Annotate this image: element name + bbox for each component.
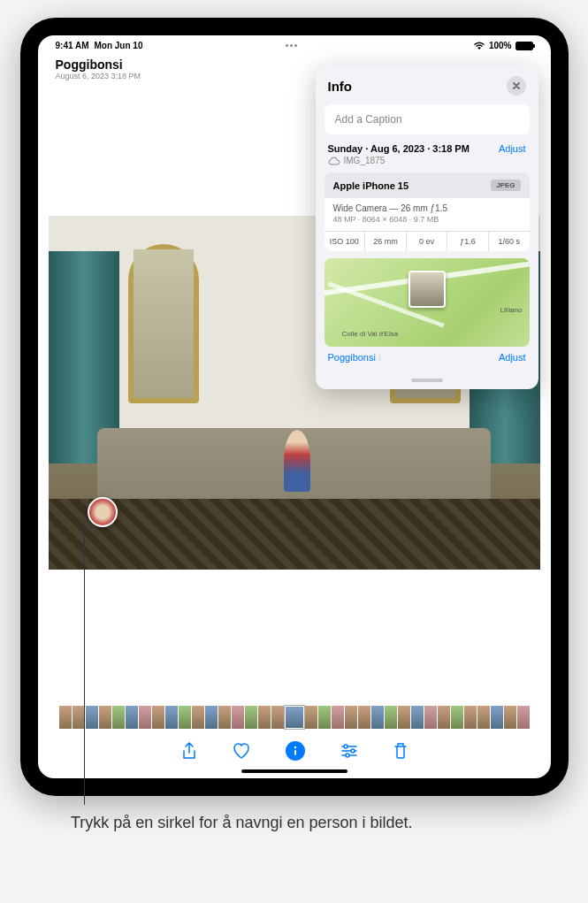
thumbnail[interactable] (99, 706, 111, 729)
thumbnail[interactable] (205, 706, 218, 729)
thumbnail[interactable] (126, 706, 138, 729)
camera-info-card: Apple iPhone 15 JPEG Wide Camera — 26 mm… (325, 172, 530, 251)
thumbnail[interactable] (73, 706, 85, 729)
exif-ev: 0 ev (407, 232, 448, 251)
thumbnail[interactable] (192, 706, 204, 729)
exif-aperture: ƒ1.6 (447, 232, 489, 251)
chevron-right-icon: 〉 (378, 354, 386, 363)
exif-focal: 26 mm (365, 232, 407, 251)
thumbnail[interactable] (232, 706, 244, 729)
thumbnail[interactable] (318, 706, 331, 729)
thumbnail[interactable] (371, 706, 384, 729)
panel-drag-handle[interactable] (411, 379, 443, 382)
cloud-icon (328, 157, 340, 165)
battery-icon (515, 42, 533, 50)
photo-filename: IMG_1875 (344, 156, 386, 165)
thumbnail[interactable] (385, 706, 397, 729)
thumbnail[interactable] (271, 706, 284, 729)
thumbnail[interactable] (424, 706, 437, 729)
thumbnail[interactable] (358, 706, 370, 729)
thumbnail[interactable] (345, 706, 357, 729)
svg-point-2 (344, 745, 347, 748)
svg-rect-1 (294, 750, 296, 755)
thumbnail[interactable] (477, 706, 490, 729)
map-place-link[interactable]: Poggibonsi〉 (328, 352, 386, 364)
exif-row: ISO 100 26 mm 0 ev ƒ1.6 1/60 s (325, 231, 530, 251)
thumbnail[interactable] (305, 706, 317, 729)
exif-iso: ISO 100 (325, 232, 366, 251)
adjust-location-link[interactable]: Adjust (499, 352, 526, 364)
ipad-device-frame: 9:41 AM Mon Jun 10 100% Poggibonsi Augus… (20, 18, 569, 796)
thumbnail[interactable] (504, 706, 516, 729)
thumbnail[interactable] (59, 706, 72, 729)
thumbnail[interactable] (218, 706, 231, 729)
location-map[interactable]: Colle di Val d'Elsa Lilliano (325, 258, 530, 347)
thumbnail[interactable] (139, 706, 151, 729)
map-photo-pin (409, 271, 446, 308)
close-button[interactable] (507, 76, 526, 96)
thumbnail[interactable] (451, 706, 463, 729)
adjust-datetime-link[interactable]: Adjust (499, 143, 526, 154)
location-subtitle: August 6, 2023 3:18 PM (56, 72, 141, 80)
map-label: Colle di Val d'Elsa (342, 330, 399, 338)
thumbnail[interactable] (112, 706, 125, 729)
status-time: 9:41 AM (56, 41, 89, 50)
info-panel: Info Add a Caption Sunday · Aug 6, 2023 … (316, 65, 538, 389)
exif-shutter: 1/60 s (489, 232, 530, 251)
callout-line (84, 522, 85, 805)
thumbnail[interactable] (517, 706, 530, 729)
camera-lens: Wide Camera — 26 mm ƒ1.5 (333, 203, 521, 213)
thumbnail-selected[interactable] (285, 706, 304, 729)
thumbnail[interactable] (411, 706, 424, 729)
bottom-toolbar (38, 736, 551, 769)
caption-input[interactable]: Add a Caption (325, 104, 530, 134)
screen: 9:41 AM Mon Jun 10 100% Poggibonsi Augus… (38, 35, 551, 778)
map-label: Lilliano (500, 306, 523, 314)
photo-datetime: Sunday · Aug 6, 2023 · 3:18 PM (328, 143, 470, 154)
thumbnail[interactable] (332, 706, 344, 729)
status-bar: 9:41 AM Mon Jun 10 100% (38, 35, 551, 52)
thumbnail[interactable] (152, 706, 164, 729)
status-date: Mon Jun 10 (94, 41, 142, 50)
home-indicator[interactable] (241, 769, 347, 773)
svg-point-3 (351, 749, 355, 753)
battery-percent: 100% (489, 41, 512, 50)
thumbnail[interactable] (464, 706, 477, 729)
location-title: Poggibonsi (56, 57, 141, 72)
thumbnail[interactable] (179, 706, 191, 729)
thumbnail[interactable] (86, 706, 98, 729)
thumbnail[interactable] (491, 706, 503, 729)
delete-button[interactable] (393, 741, 408, 761)
svg-point-4 (346, 754, 349, 757)
info-panel-title: Info (328, 79, 353, 94)
thumbnail[interactable] (398, 706, 410, 729)
favorite-button[interactable] (233, 741, 250, 761)
thumbnail[interactable] (245, 706, 257, 729)
share-button[interactable] (181, 741, 197, 761)
more-icon[interactable] (286, 44, 297, 47)
thumbnail-strip[interactable] (38, 699, 551, 736)
thumbnail[interactable] (438, 706, 450, 729)
camera-device: Apple iPhone 15 (333, 180, 409, 191)
camera-specs: 48 MP · 8064 × 6048 · 9.7 MB (333, 215, 521, 224)
svg-point-0 (294, 746, 295, 748)
info-button[interactable] (286, 741, 305, 761)
instruction-caption: Trykk på en sirkel for å navngi en perso… (71, 812, 413, 834)
format-badge: JPEG (491, 180, 520, 191)
wifi-icon (473, 42, 485, 50)
thumbnail[interactable] (258, 706, 271, 729)
edit-button[interactable] (340, 741, 358, 761)
thumbnail[interactable] (165, 706, 178, 729)
person-tag-circle[interactable] (88, 497, 118, 527)
